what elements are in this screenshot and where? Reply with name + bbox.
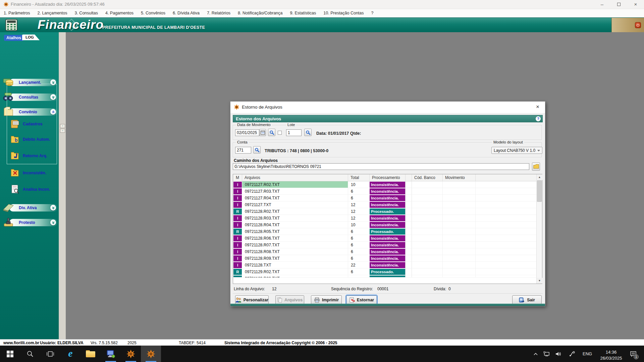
calendar-icon[interactable]	[259, 129, 266, 136]
sidebar-item-cadastros[interactable]: Cadastros	[0, 119, 59, 130]
collapse-left-button[interactable]: ‹	[60, 124, 65, 128]
tab-log[interactable]: LOG	[22, 35, 40, 40]
window-titlebar: Financeiro - Atualizado dia: 26/03/2025 …	[0, 0, 644, 9]
dialog-titlebar[interactable]: Estorno de Arquivos ×	[230, 102, 545, 113]
caminho-input[interactable]	[233, 163, 529, 170]
sidebar-item-inconsistencia[interactable]: Inconsistên.	[0, 168, 59, 179]
section-title: Estorno dos Arquivos	[236, 116, 281, 121]
table-row[interactable]: R09721128.R05.TXT6Processado.	[233, 228, 536, 235]
vertical-scrollbar[interactable]: ▲ ▼	[536, 174, 542, 284]
search-date-icon[interactable]	[268, 129, 275, 136]
taskbar-system-app-button[interactable]	[101, 346, 121, 362]
menu-item[interactable]: 1. Parâmetros	[0, 9, 34, 15]
col-header-processamento[interactable]: Processamento	[370, 174, 406, 181]
table-row[interactable]: I09721128.R07.TXT6Inconsistência.	[233, 242, 536, 248]
table-row[interactable]: I09721127.TXT12Inconsistência.	[233, 201, 536, 208]
sidebar-item-protesto[interactable]: Protesto	[0, 217, 59, 228]
col-header-movimento[interactable]: Movimento	[443, 174, 476, 181]
table-row[interactable]: I09721127.R03.TXT6Inconsistência.	[233, 188, 536, 195]
taskbar-ie-button[interactable]: e	[60, 346, 80, 362]
table-row[interactable]: I09721128.TXT22Inconsistência.	[233, 262, 536, 268]
data-movimento-input[interactable]	[235, 129, 259, 136]
imprimir-button[interactable]: Imprimir	[311, 295, 342, 304]
sidebar-item-div-ativa[interactable]: Div. Ativa	[0, 202, 59, 213]
taskbar-fiorilli-button[interactable]	[121, 346, 141, 362]
button-label: Estornar	[357, 298, 374, 302]
menu-item[interactable]: 9. Estatísticas	[286, 9, 320, 15]
search-conta-icon[interactable]	[253, 146, 261, 154]
tab-atalhos[interactable]: Atalhos	[4, 35, 23, 41]
sidebar-item-analisa-incon[interactable]: Analisa Incon.	[0, 184, 59, 195]
menu-item[interactable]: 6. Dívida Ativa	[169, 9, 203, 15]
start-button[interactable]	[0, 346, 20, 362]
fiorilli-app-icon	[147, 350, 155, 358]
tray-volume-button[interactable]	[555, 346, 562, 362]
button-label: Arquivos	[284, 298, 303, 302]
tray-language[interactable]: ENG	[583, 346, 592, 362]
scroll-down-icon[interactable]: ▼	[537, 278, 542, 284]
menu-item[interactable]: 8. Notificação/Cobrança	[234, 9, 286, 15]
footer-site[interactable]: www.fiorilli.com.br	[3, 341, 39, 345]
tray-clock[interactable]: 14:36 26/03/2025	[598, 346, 624, 362]
menu-item[interactable]: 2. Lançamentos	[34, 9, 71, 15]
personalizar-button[interactable]: Personalizar	[235, 295, 269, 304]
sair-button[interactable]: Sair	[512, 295, 542, 304]
table-row[interactable]: R09721129.R02.TXT6Processado.	[233, 268, 536, 275]
taskbar-search-button[interactable]	[20, 346, 40, 362]
row-file: 09721129.R02.TXT	[242, 268, 348, 275]
connector-icon	[569, 351, 575, 357]
chevron-down-icon[interactable]	[50, 220, 56, 225]
tray-notification-button[interactable]: 1	[630, 346, 641, 362]
col-header-total[interactable]: Total	[348, 174, 370, 181]
tray-device-button[interactable]	[569, 346, 575, 362]
table-row[interactable]: I09721127.R04.TXT6Inconsistência.	[233, 195, 536, 201]
taskbar: e	[0, 346, 644, 362]
menu-item[interactable]: 7. Relatórios	[203, 9, 234, 15]
task-view-button[interactable]	[40, 346, 60, 362]
footer-version: Vrs. 7.5.15.582	[91, 341, 118, 345]
menu-item[interactable]: 10. Prestação Contas	[320, 9, 367, 15]
table-row[interactable]: R09721128.R02.TXT12Processado.	[233, 208, 536, 215]
table-row[interactable]: I09721128.R09.TXT6Inconsistência.	[233, 255, 536, 262]
col-header-cod-banco[interactable]: Cód. Banco	[412, 174, 443, 181]
sidebar-item-debito-autom[interactable]: b Débito Autom.	[0, 134, 59, 145]
dialog-close-icon[interactable]: ×	[530, 102, 545, 113]
power-icon[interactable]: ⏻	[635, 22, 641, 28]
date-checkbox[interactable]	[278, 131, 282, 135]
table-row[interactable]: I09721128.R08.TXT6Inconsistência.	[233, 248, 536, 255]
close-button[interactable]: ×	[627, 0, 644, 9]
search-lote-icon[interactable]	[304, 129, 312, 136]
help-icon[interactable]: ?	[536, 116, 541, 121]
table-row[interactable]: I09721128.R03.TXT12Inconsistência.	[233, 215, 536, 222]
calculator-icon[interactable]	[5, 19, 19, 31]
menu-item[interactable]: 5. Convênios	[137, 9, 169, 15]
scrollbar-thumb[interactable]	[537, 180, 542, 202]
estornar-button[interactable]: Estornar	[346, 295, 377, 304]
scroll-up-icon[interactable]: ▲	[537, 174, 542, 180]
table-row[interactable]: I09721128.R06.TXT6Inconsistência.	[233, 235, 536, 242]
expand-right-button[interactable]: ›	[60, 129, 65, 133]
table-row[interactable]: I09721127.R02.TXT10Inconsistência.	[233, 181, 536, 188]
table-row[interactable]: R09721129.R03.TXTProcessado.	[233, 275, 536, 278]
table-row[interactable]: I09721128.R04.TXT10Inconsistência.	[233, 222, 536, 228]
tray-chevron-button[interactable]	[533, 346, 538, 362]
row-gap	[406, 181, 412, 188]
sidebar-item-retorno-arq[interactable]: Retorno Arq.	[0, 150, 59, 162]
menu-item[interactable]: ?	[368, 9, 377, 15]
col-header-arquivos[interactable]: Arquivos	[242, 174, 348, 181]
sidebar-splitter[interactable]: ‹ ›	[59, 32, 66, 339]
chevron-down-icon[interactable]	[50, 205, 56, 210]
layout-select[interactable]: Layout CNAB750 V 1.0	[491, 147, 542, 154]
lote-input[interactable]	[286, 129, 302, 136]
menu-item[interactable]: 4. Pagamentos	[102, 9, 137, 15]
tray-network-button[interactable]	[543, 346, 550, 362]
app-icon	[3, 2, 9, 7]
maximize-button[interactable]	[610, 0, 627, 9]
menu-item[interactable]: 3. Consultas	[71, 9, 101, 15]
minimize-button[interactable]: –	[594, 0, 610, 9]
browse-folder-icon[interactable]	[532, 163, 540, 171]
taskbar-fiorilli-active-button[interactable]	[141, 346, 161, 362]
col-header-m[interactable]: M	[233, 174, 242, 181]
taskbar-explorer-button[interactable]	[80, 346, 101, 362]
conta-input[interactable]	[235, 147, 251, 154]
